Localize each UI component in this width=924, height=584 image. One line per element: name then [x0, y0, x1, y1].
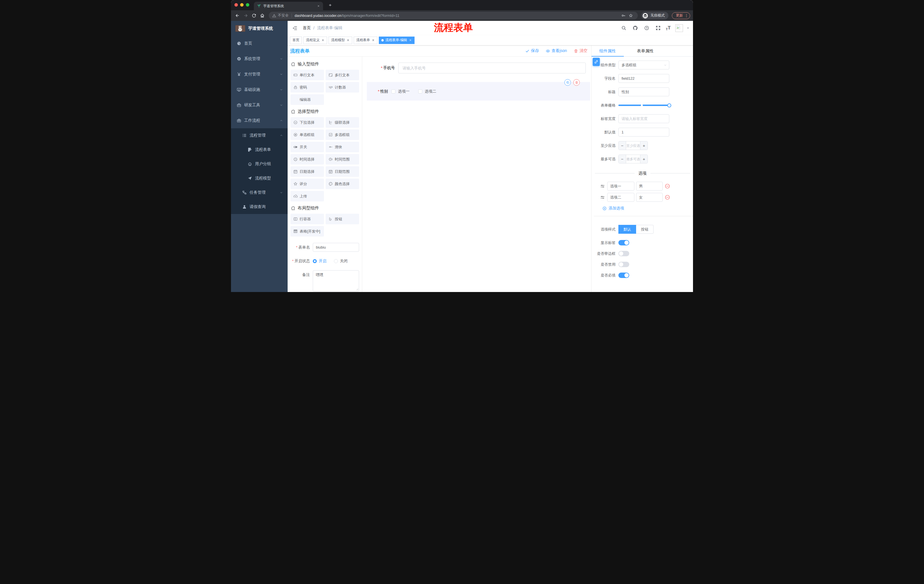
- component-item[interactable]: 单选框组: [290, 130, 324, 140]
- forward-button[interactable]: [242, 12, 250, 20]
- component-item[interactable]: 开关: [290, 142, 324, 152]
- stepper-decrease-button[interactable]: −: [619, 155, 626, 163]
- tag-chip[interactable]: 流程定义: [303, 36, 327, 44]
- sidebar-item[interactable]: 流程表单: [231, 143, 288, 157]
- component-item[interactable]: 多行文本: [326, 70, 359, 80]
- gender-checkbox[interactable]: 选项二: [418, 89, 437, 94]
- tag-chip[interactable]: 流程模型: [328, 36, 352, 44]
- update-button[interactable]: 更新: [672, 12, 690, 19]
- component-item[interactable]: 日期范围: [326, 166, 359, 177]
- user-menu-caret-icon[interactable]: [686, 26, 690, 30]
- link-tab-button[interactable]: [592, 58, 600, 66]
- component-item[interactable]: 单行文本: [290, 70, 324, 80]
- window-minimize-button[interactable]: [240, 3, 244, 7]
- sidebar-item[interactable]: 系统管理: [231, 51, 288, 67]
- option-value-input[interactable]: [636, 182, 663, 191]
- form-name-input[interactable]: [313, 243, 359, 252]
- tag-chip[interactable]: 首页: [290, 36, 302, 44]
- save-button[interactable]: 保存: [525, 48, 539, 53]
- min-select-input[interactable]: [626, 141, 640, 150]
- browser-tab[interactable]: 芋道管理系统: [254, 2, 323, 10]
- app-logo[interactable]: 芋道管理系统: [231, 21, 288, 36]
- stepper-increase-button[interactable]: +: [640, 141, 648, 150]
- window-zoom-button[interactable]: [246, 3, 249, 7]
- clear-button[interactable]: 清空: [574, 48, 587, 53]
- sidebar-item[interactable]: 任务管理: [231, 186, 288, 200]
- new-tab-button[interactable]: [327, 2, 334, 9]
- toggle-switch[interactable]: [619, 240, 629, 245]
- toggle-switch[interactable]: [619, 251, 629, 256]
- sidebar-item[interactable]: 工作流程: [231, 113, 288, 128]
- sidebar-item[interactable]: 用户分组: [231, 157, 288, 171]
- sidebar-item[interactable]: 基础设施: [231, 82, 288, 97]
- component-item[interactable]: 编辑器: [290, 94, 324, 105]
- sidebar-item[interactable]: 首页: [231, 36, 288, 51]
- sidebar-item[interactable]: 请假查询: [231, 200, 288, 214]
- back-button[interactable]: [233, 12, 242, 20]
- fullscreen-icon[interactable]: [653, 23, 663, 33]
- component-item[interactable]: 多选框组: [326, 130, 359, 140]
- component-item[interactable]: 计数器: [326, 82, 359, 92]
- style-option-button[interactable]: 默认: [619, 225, 636, 234]
- tag-close-icon[interactable]: [372, 39, 375, 42]
- tab-close-icon[interactable]: [316, 4, 321, 8]
- option-label-input[interactable]: [607, 193, 634, 202]
- title-input[interactable]: [619, 87, 669, 96]
- component-item[interactable]: 行容器: [290, 214, 324, 224]
- sidebar-item[interactable]: 研发工具: [231, 97, 288, 113]
- component-type-value[interactable]: [619, 61, 669, 69]
- component-item[interactable]: 时间范围: [326, 154, 359, 165]
- delete-field-button[interactable]: [573, 79, 580, 86]
- help-icon[interactable]: [642, 23, 652, 33]
- gender-checkbox[interactable]: 选项一: [391, 89, 410, 94]
- label-width-input[interactable]: [619, 114, 669, 123]
- stepper-increase-button[interactable]: +: [640, 155, 648, 163]
- style-option-button[interactable]: 按钮: [636, 225, 653, 234]
- slider-track[interactable]: [619, 105, 669, 106]
- default-value-input[interactable]: [619, 128, 669, 137]
- component-item[interactable]: 下拉选择: [290, 117, 324, 128]
- form-grid-slider[interactable]: [619, 101, 669, 110]
- phone-field-input[interactable]: [398, 63, 586, 73]
- address-bar[interactable]: 不安全 dashboard.yudao.iocoder.cn /bpm/mana…: [269, 12, 638, 20]
- component-type-select[interactable]: [619, 61, 669, 69]
- github-icon[interactable]: [630, 23, 640, 33]
- field-name-input[interactable]: [619, 74, 669, 83]
- browser-menu-icon[interactable]: [685, 14, 688, 18]
- tag-chip[interactable]: 流程表单-编辑: [379, 36, 414, 44]
- phone-field-row[interactable]: 手机号: [367, 62, 586, 74]
- password-key-icon[interactable]: [620, 12, 627, 20]
- remove-option-button[interactable]: [665, 183, 670, 189]
- tab-form-props[interactable]: 表单属性: [637, 45, 653, 56]
- component-item[interactable]: 颜色选择: [326, 179, 359, 189]
- toggle-switch[interactable]: [619, 273, 629, 278]
- component-item[interactable]: 密码: [290, 82, 324, 92]
- tag-close-icon[interactable]: [321, 39, 325, 42]
- search-icon[interactable]: [619, 23, 629, 33]
- sidebar-collapse-icon[interactable]: [290, 23, 300, 33]
- component-item[interactable]: 日期选择: [290, 166, 324, 177]
- status-radio[interactable]: 开启: [313, 258, 327, 264]
- tag-chip[interactable]: 流程表单: [354, 36, 377, 44]
- font-size-icon[interactable]: T T: [665, 25, 672, 31]
- component-item[interactable]: 评分: [290, 179, 324, 189]
- component-item[interactable]: 级联选择: [326, 117, 359, 128]
- remove-option-button[interactable]: [665, 194, 670, 200]
- component-item[interactable]: 表格[开发中]: [290, 226, 324, 237]
- bookmark-star-icon[interactable]: [627, 12, 634, 20]
- selected-field-block[interactable]: 性别 选项一: [367, 82, 590, 100]
- home-button[interactable]: [258, 12, 266, 20]
- option-drag-handle-icon[interactable]: [600, 184, 605, 189]
- slider-handle[interactable]: [667, 104, 671, 107]
- component-item[interactable]: 时间选择: [290, 154, 324, 165]
- copy-field-button[interactable]: [564, 79, 571, 86]
- tag-close-icon[interactable]: [409, 39, 412, 42]
- toggle-switch[interactable]: [619, 262, 629, 267]
- tab-component-props[interactable]: 组件属性: [599, 45, 616, 56]
- window-close-button[interactable]: [234, 3, 238, 7]
- tag-close-icon[interactable]: [346, 39, 350, 42]
- option-value-input[interactable]: [636, 193, 663, 202]
- option-drag-handle-icon[interactable]: [600, 195, 605, 200]
- avatar[interactable]: [675, 24, 683, 32]
- status-radio[interactable]: 关闭: [334, 258, 348, 264]
